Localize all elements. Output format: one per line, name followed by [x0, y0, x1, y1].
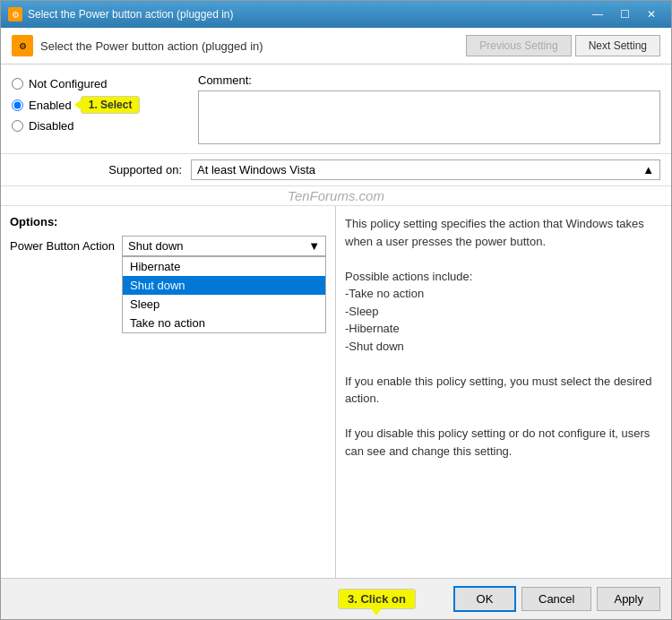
not-configured-option[interactable]: Not Configured: [12, 77, 191, 90]
top-section: Not Configured Enabled 1. Select Disable…: [1, 65, 671, 154]
options-title: Options:: [10, 215, 326, 228]
disabled-radio[interactable]: [12, 120, 23, 132]
enabled-radio[interactable]: [12, 99, 23, 111]
dropdown-list: Hibernate Shut down Sleep Take no action: [122, 256, 326, 333]
dialog-header-title: Select the Power button action (plugged …: [40, 39, 263, 53]
dropdown-item-no-action[interactable]: Take no action: [123, 314, 325, 332]
power-button-row: Power Button Action Shut down ▼ Hibernat…: [10, 236, 326, 256]
enabled-label: Enabled: [29, 99, 72, 112]
dialog-footer: 3. Click on OK Cancel Apply: [1, 578, 671, 619]
title-bar: ⚙ Select the Power button action (plugge…: [1, 1, 671, 28]
help-text-3: If you enable this policy setting, you m…: [345, 373, 662, 408]
click-badge-3: 3. Click on: [338, 589, 416, 609]
window: ⚙ Select the Power button action (plugge…: [0, 0, 672, 620]
comment-section: Comment:: [198, 73, 660, 144]
window-controls: — ☐ ✕: [585, 4, 664, 24]
title-text: Select the Power button action (plugged …: [28, 8, 585, 21]
dialog-header: ⚙ Select the Power button action (plugge…: [1, 28, 671, 65]
dropdown-item-shutdown[interactable]: Shut down: [123, 276, 325, 295]
apply-button[interactable]: Apply: [597, 587, 660, 611]
minimize-button[interactable]: —: [585, 4, 610, 24]
restore-button[interactable]: ☐: [612, 4, 637, 24]
power-action-dropdown[interactable]: Shut down ▼: [122, 236, 326, 256]
power-button-action-label: Power Button Action: [10, 236, 115, 253]
title-icon: ⚙: [8, 7, 22, 22]
help-text-1: This policy setting specifies the action…: [345, 215, 662, 250]
dropdown-container: Shut down ▼ Hibernate Shut down Sleep Ta…: [122, 236, 326, 256]
dialog-header-left: ⚙ Select the Power button action (plugge…: [12, 35, 263, 56]
select-badge-1: 1. Select: [81, 96, 141, 114]
not-configured-radio[interactable]: [12, 78, 23, 90]
disabled-label: Disabled: [29, 119, 74, 133]
help-text-2: Possible actions include:-Take no action…: [345, 268, 662, 356]
not-configured-label: Not Configured: [29, 77, 107, 90]
watermark: TenForums.com: [1, 186, 671, 206]
supported-value-box: At least Windows Vista ▲: [191, 159, 660, 180]
next-setting-button[interactable]: Next Setting: [575, 35, 660, 56]
dropdown-selected-value: Shut down: [128, 239, 183, 253]
dialog-header-icon: ⚙: [12, 35, 33, 56]
dropdown-item-sleep[interactable]: Sleep: [123, 295, 325, 314]
supported-value: At least Windows Vista: [197, 163, 315, 177]
previous-setting-button[interactable]: Previous Setting: [466, 35, 571, 56]
close-button[interactable]: ✕: [639, 4, 664, 24]
comment-label: Comment:: [198, 73, 660, 87]
header-buttons: Previous Setting Next Setting: [466, 35, 660, 56]
help-panel: This policy setting specifies the action…: [336, 206, 671, 578]
dropdown-item-hibernate[interactable]: Hibernate: [123, 257, 325, 276]
help-text-4: If you disable this policy setting or do…: [345, 425, 662, 460]
supported-label: Supported on:: [12, 163, 191, 177]
disabled-option[interactable]: Disabled: [12, 119, 191, 133]
cancel-button[interactable]: Cancel: [521, 587, 591, 611]
comment-input[interactable]: [198, 90, 660, 144]
enabled-option[interactable]: Enabled 1. Select: [12, 96, 191, 114]
ok-button[interactable]: OK: [453, 586, 516, 612]
options-panel: Options: Power Button Action Shut down ▼…: [1, 206, 336, 578]
radio-group: Not Configured Enabled 1. Select Disable…: [12, 73, 191, 144]
supported-section: Supported on: At least Windows Vista ▲: [1, 154, 671, 186]
content-area: Not Configured Enabled 1. Select Disable…: [1, 65, 671, 578]
supported-scroll-arrow: ▲: [642, 163, 654, 177]
dropdown-arrow-icon: ▼: [308, 239, 320, 253]
options-help-area: Options: Power Button Action Shut down ▼…: [1, 206, 671, 578]
